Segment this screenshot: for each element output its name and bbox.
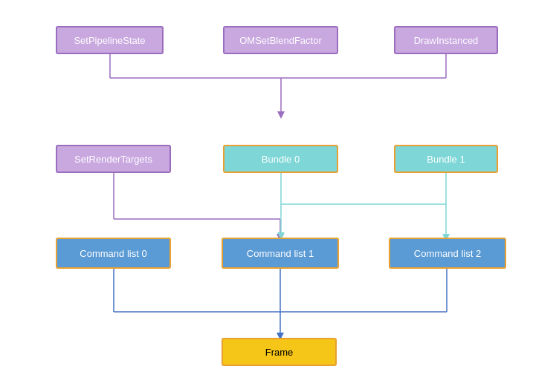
set-pipeline-state-node: SetPipelineState: [56, 26, 164, 54]
set-render-targets-node: SetRenderTargets: [56, 145, 171, 173]
command-list-2-node: Command list 2: [389, 238, 506, 269]
om-set-blend-factor-node: OMSetBlendFactor: [223, 26, 338, 54]
svg-marker-5: [277, 111, 285, 119]
connection-lines: [0, 0, 559, 392]
bundle-0-node: Bundle 0: [223, 145, 338, 173]
bundle-1-node: Bundle 1: [394, 145, 498, 173]
command-list-0-node: Command list 0: [56, 238, 171, 269]
draw-instanced-node: DrawInstanced: [394, 26, 498, 54]
frame-node: Frame: [222, 338, 337, 366]
command-list-1-node: Command list 1: [222, 238, 339, 269]
